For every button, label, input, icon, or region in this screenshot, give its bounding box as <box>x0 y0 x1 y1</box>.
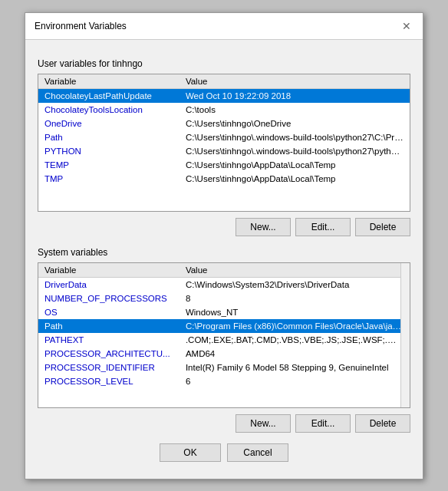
table-row[interactable]: PYTHONC:\Users\tinhngo\.windows-build-to… <box>38 144 410 158</box>
footer-button-row: OK Cancel <box>38 443 410 462</box>
close-button[interactable]: ✕ <box>400 19 413 33</box>
value-cell: Wed Oct 10 19:22:09 2018 <box>180 88 410 103</box>
user-variables-table-container: Variable Value ChocolateyLastPathUpdateW… <box>38 74 410 212</box>
value-cell: Windows_NT <box>180 305 410 319</box>
system-table-header: Variable Value <box>38 263 410 278</box>
table-row[interactable]: OneDriveC:\Users\tinhngo\OneDrive <box>38 117 410 130</box>
system-table-body: DriverDataC:\Windows\System32\Drivers\Dr… <box>38 277 410 388</box>
user-variables-table: Variable Value ChocolateyLastPathUpdateW… <box>38 74 410 186</box>
value-cell: AMD64 <box>180 347 410 361</box>
user-button-row: New... Edit... Delete <box>38 218 410 236</box>
environment-variables-dialog: Environment Variables ✕ User variables f… <box>25 12 423 479</box>
table-row[interactable]: TEMPC:\Users\tinhngo\AppData\Local\Temp <box>38 158 410 172</box>
variable-cell: PROCESSOR_LEVEL <box>38 374 180 388</box>
cancel-button[interactable]: Cancel <box>227 443 288 462</box>
value-cell: C:\Users\tinhngo\AppData\Local\Temp <box>180 172 410 186</box>
table-row[interactable]: DriverDataC:\Windows\System32\Drivers\Dr… <box>38 277 410 292</box>
table-row[interactable]: TMPC:\Users\tinhngo\AppData\Local\Temp <box>38 172 410 186</box>
variable-cell: Path <box>38 319 180 333</box>
table-row[interactable]: PathC:\Users\tinhngo\.windows-build-tool… <box>38 130 410 144</box>
user-table-body: ChocolateyLastPathUpdateWed Oct 10 19:22… <box>38 88 410 186</box>
table-row[interactable]: OSWindows_NT <box>38 305 410 319</box>
value-cell: Intel(R) Family 6 Model 58 Stepping 9, G… <box>180 361 410 374</box>
system-variables-table-container: Variable Value DriverDataC:\Windows\Syst… <box>38 262 410 408</box>
user-new-button[interactable]: New... <box>236 218 291 236</box>
table-row[interactable]: PATHEXT.COM;.EXE;.BAT;.CMD;.VBS;.VBE;.JS… <box>38 333 410 347</box>
user-delete-button[interactable]: Delete <box>355 218 410 236</box>
table-row[interactable]: NUMBER_OF_PROCESSORS8 <box>38 292 410 305</box>
variable-cell: PATHEXT <box>38 333 180 347</box>
variable-cell: TMP <box>38 172 180 186</box>
variable-cell: Path <box>38 130 180 144</box>
value-cell: C:\Users\tinhngo\OneDrive <box>180 117 410 130</box>
variable-cell: PROCESSOR_ARCHITECTU... <box>38 347 180 361</box>
value-cell: C:\Program Files (x86)\Common Files\Orac… <box>180 319 410 333</box>
system-new-button[interactable]: New... <box>236 414 291 433</box>
variable-cell: NUMBER_OF_PROCESSORS <box>38 292 180 305</box>
table-row[interactable]: ChocolateyLastPathUpdateWed Oct 10 19:22… <box>38 88 410 103</box>
dialog-body: User variables for tinhngo Variable Valu… <box>25 40 423 479</box>
table-row[interactable]: PROCESSOR_IDENTIFIERIntel(R) Family 6 Mo… <box>38 361 410 374</box>
user-table-header: Variable Value <box>38 74 410 89</box>
user-col-value: Value <box>180 74 410 89</box>
variable-cell: ChocolateyToolsLocation <box>38 103 180 117</box>
ok-button[interactable]: OK <box>160 443 221 462</box>
user-edit-button[interactable]: Edit... <box>295 218 351 236</box>
variable-cell: PROCESSOR_IDENTIFIER <box>38 361 180 374</box>
system-col-value: Value <box>180 263 410 278</box>
variable-cell: OneDrive <box>38 117 180 130</box>
value-cell: C:\Users\tinhngo\.windows-build-tools\py… <box>180 144 410 158</box>
variable-cell: PYTHON <box>38 144 180 158</box>
value-cell: 6 <box>180 374 410 388</box>
value-cell: C:\tools <box>180 103 410 117</box>
value-cell: 8 <box>180 292 410 305</box>
table-row[interactable]: PathC:\Program Files (x86)\Common Files\… <box>38 319 410 333</box>
system-section-label: System variables <box>38 247 410 258</box>
table-row[interactable]: PROCESSOR_ARCHITECTU...AMD64 <box>38 347 410 361</box>
variable-cell: ChocolateyLastPathUpdate <box>38 88 180 103</box>
value-cell: .COM;.EXE;.BAT;.CMD;.VBS;.VBE;.JS;.JSE;.… <box>180 333 410 347</box>
variable-cell: TEMP <box>38 158 180 172</box>
user-section-label: User variables for tinhngo <box>38 58 410 69</box>
table-row[interactable]: PROCESSOR_LEVEL6 <box>38 374 410 388</box>
variable-cell: DriverData <box>38 277 180 292</box>
user-col-variable: Variable <box>38 74 180 89</box>
system-button-row: New... Edit... Delete <box>38 414 410 433</box>
variable-cell: OS <box>38 305 180 319</box>
scrollbar[interactable] <box>400 263 410 407</box>
system-col-variable: Variable <box>38 263 180 278</box>
value-cell: C:\Windows\System32\Drivers\DriverData <box>180 277 410 292</box>
dialog-title: Environment Variables <box>35 21 127 31</box>
system-delete-button[interactable]: Delete <box>355 414 410 433</box>
system-edit-button[interactable]: Edit... <box>295 414 351 433</box>
title-bar: Environment Variables ✕ <box>25 13 423 40</box>
table-row[interactable]: ChocolateyToolsLocationC:\tools <box>38 103 410 117</box>
value-cell: C:\Users\tinhngo\AppData\Local\Temp <box>180 158 410 172</box>
value-cell: C:\Users\tinhngo\.windows-build-tools\py… <box>180 130 410 144</box>
system-variables-table: Variable Value DriverDataC:\Windows\Syst… <box>38 263 410 388</box>
